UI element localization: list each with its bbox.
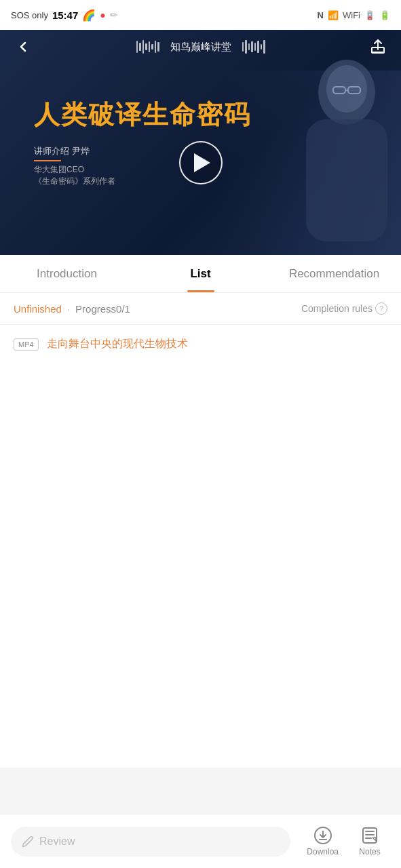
nfc-icon: N	[318, 10, 324, 20]
tab-list-label: List	[190, 267, 210, 281]
download-label: Downloa	[307, 847, 339, 856]
completion-rules[interactable]: Completion rules ?	[301, 302, 387, 315]
unfinished-badge: Unfinished	[14, 303, 62, 315]
navigation-tabs: Introduction List Recommendation	[0, 255, 401, 293]
video-player[interactable]: 知鸟巅峰讲堂 人类破译生命密码 讲师介绍 尹烨	[0, 30, 401, 255]
instructor-label: 讲师介绍 尹烨	[34, 145, 115, 157]
battery-icon: 🔋	[379, 10, 390, 20]
tab-list[interactable]: List	[134, 255, 267, 292]
video-main-title: 人类破译生命密码	[34, 98, 251, 132]
video-content: 人类破译生命密码 讲师介绍 尹烨 华大集团CEO 《生命密码》系列作者	[0, 71, 401, 255]
progress-left: Unfinished · Progress0/1	[14, 303, 130, 315]
tab-active-underline	[187, 290, 214, 292]
pencil-icon	[22, 835, 34, 848]
status-time: 15:47	[52, 9, 78, 21]
mp4-badge: MP4	[14, 338, 39, 351]
dot-separator: ·	[67, 303, 70, 315]
battery-low-icon: 🪫	[364, 10, 375, 20]
content-area: Unfinished · Progress0/1 Completion rule…	[0, 293, 401, 768]
download-button[interactable]: Downloa	[299, 823, 347, 859]
list-item[interactable]: MP4 走向舞台中央的现代生物技术	[0, 325, 401, 363]
play-button[interactable]	[179, 141, 223, 184]
multitask-icon: 🌈	[82, 9, 96, 22]
tab-introduction-label: Introduction	[37, 267, 97, 281]
download-icon	[313, 826, 332, 845]
svg-point-3	[326, 65, 367, 113]
channel-title: 知鸟巅峰讲堂	[170, 41, 231, 54]
tab-recommendation-label: Recommendation	[289, 267, 379, 281]
instructor-sub: 《生命密码》系列作者	[34, 176, 115, 187]
progress-status-row: Unfinished · Progress0/1 Completion rule…	[0, 293, 401, 325]
signal-icon: 📶	[328, 10, 339, 20]
bottom-bar: Review Downloa Notes	[0, 814, 401, 868]
progress-text: Progress0/1	[75, 303, 130, 315]
tab-introduction[interactable]: Introduction	[0, 255, 134, 292]
edit-icon: ✏	[110, 9, 118, 20]
back-button[interactable]	[11, 35, 35, 59]
play-button-container[interactable]	[179, 141, 223, 184]
instructor-title: 华大集团CEO	[34, 164, 115, 176]
status-right: N 📶 WiFi 🪫 🔋	[318, 10, 390, 20]
barcode-left-decoration	[136, 40, 159, 54]
status-bar: SOS only 15:47 🌈 ● ✏ N 📶 WiFi 🪫 🔋	[0, 0, 401, 30]
record-icon: ●	[100, 9, 105, 20]
review-input[interactable]: Review	[11, 827, 290, 856]
completion-rules-label: Completion rules	[301, 303, 373, 314]
notes-label: Notes	[359, 847, 380, 856]
list-item-title: 走向舞台中央的现代生物技术	[47, 337, 188, 351]
notes-button[interactable]: Notes	[349, 823, 390, 859]
wifi-icon: WiFi	[343, 10, 360, 20]
question-icon: ?	[375, 302, 387, 315]
sos-text: SOS only	[11, 10, 48, 20]
instructor-photo	[225, 71, 401, 255]
play-triangle-icon	[194, 153, 210, 172]
notes-icon	[360, 826, 379, 845]
tab-recommendation[interactable]: Recommendation	[267, 255, 401, 292]
review-placeholder: Review	[39, 835, 75, 848]
instructor-info: 讲师介绍 尹烨 华大集团CEO 《生命密码》系列作者	[34, 145, 115, 187]
bottom-actions: Downloa Notes	[299, 823, 390, 859]
status-left: SOS only 15:47 🌈 ● ✏	[11, 9, 118, 22]
svg-rect-2	[306, 119, 387, 241]
